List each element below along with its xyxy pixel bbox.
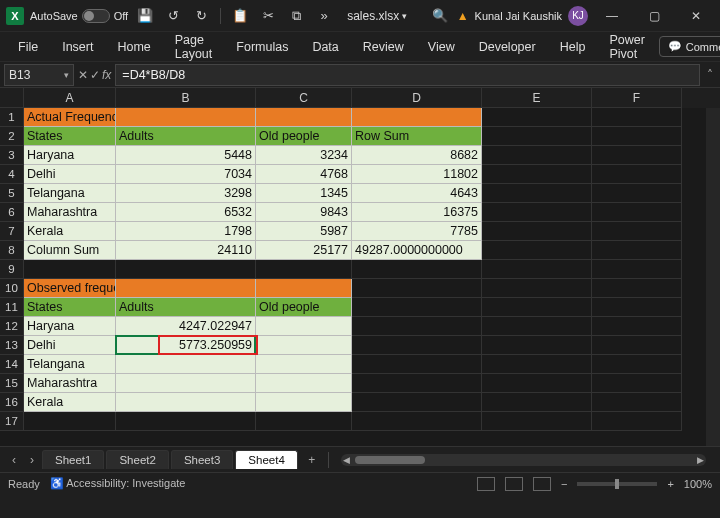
cell-F10[interactable] <box>592 279 682 298</box>
cell-F6[interactable] <box>592 203 682 222</box>
row-header-14[interactable]: 14 <box>0 355 24 374</box>
undo-icon[interactable]: ↺ <box>162 5 184 27</box>
cell-D14[interactable] <box>352 355 482 374</box>
cell-F7[interactable] <box>592 222 682 241</box>
cell-D10[interactable] <box>352 279 482 298</box>
cell-C12[interactable] <box>256 317 352 336</box>
sheet-nav-next[interactable]: › <box>24 453 40 467</box>
maximize-button[interactable]: ▢ <box>636 2 672 30</box>
cell-E13[interactable] <box>482 336 592 355</box>
cell-D2[interactable]: Row Sum <box>352 127 482 146</box>
add-sheet-button[interactable]: + <box>300 453 324 467</box>
col-header-D[interactable]: D <box>352 88 482 108</box>
cell-C7[interactable]: 5987 <box>256 222 352 241</box>
row-header-11[interactable]: 11 <box>0 298 24 317</box>
row-header-7[interactable]: 7 <box>0 222 24 241</box>
tab-formulas[interactable]: Formulas <box>226 36 298 58</box>
cell-A12[interactable]: Haryana <box>24 317 116 336</box>
col-header-C[interactable]: C <box>256 88 352 108</box>
cell-C10[interactable] <box>256 279 352 298</box>
cell-A9[interactable] <box>24 260 116 279</box>
page-layout-view-icon[interactable] <box>505 477 523 491</box>
col-header-B[interactable]: B <box>116 88 256 108</box>
toggle-icon[interactable] <box>82 9 110 23</box>
cell-C14[interactable] <box>256 355 352 374</box>
cell-D9[interactable] <box>352 260 482 279</box>
cell-B8[interactable]: 24110 <box>116 241 256 260</box>
tab-review[interactable]: Review <box>353 36 414 58</box>
cell-D8[interactable]: 49287.0000000000 <box>352 241 482 260</box>
cell-D6[interactable]: 16375 <box>352 203 482 222</box>
cell-F14[interactable] <box>592 355 682 374</box>
cell-C13[interactable] <box>256 336 352 355</box>
cell-E8[interactable] <box>482 241 592 260</box>
cell-A11[interactable]: States <box>24 298 116 317</box>
cell-D5[interactable]: 4643 <box>352 184 482 203</box>
worksheet-grid[interactable]: A B C D E F 1234567891011121314151617 Ac… <box>0 88 720 446</box>
row-header-13[interactable]: 13 <box>0 336 24 355</box>
cell-B6[interactable]: 6532 <box>116 203 256 222</box>
more-icon[interactable]: » <box>313 5 335 27</box>
cell-B2[interactable]: Adults <box>116 127 256 146</box>
cell-E6[interactable] <box>482 203 592 222</box>
sheet-tab-1[interactable]: Sheet1 <box>42 450 104 469</box>
document-title[interactable]: sales.xlsx ▾ <box>347 9 407 23</box>
cell-B11[interactable]: Adults <box>116 298 256 317</box>
sheet-nav-prev[interactable]: ‹ <box>6 453 22 467</box>
cell-E12[interactable] <box>482 317 592 336</box>
scroll-right-icon[interactable]: ▶ <box>694 455 706 465</box>
cell-C2[interactable]: Old people <box>256 127 352 146</box>
cell-B15[interactable] <box>116 374 256 393</box>
cell-C3[interactable]: 3234 <box>256 146 352 165</box>
col-header-F[interactable]: F <box>592 88 682 108</box>
cell-C5[interactable]: 1345 <box>256 184 352 203</box>
tab-page-layout[interactable]: Page Layout <box>165 29 223 65</box>
save-icon[interactable]: 💾 <box>134 5 156 27</box>
chevron-down-icon[interactable]: ▾ <box>64 70 69 80</box>
cell-A15[interactable]: Maharashtra <box>24 374 116 393</box>
cell-A2[interactable]: States <box>24 127 116 146</box>
cell-A8[interactable]: Column Sum <box>24 241 116 260</box>
cell-E16[interactable] <box>482 393 592 412</box>
cell-C6[interactable]: 9843 <box>256 203 352 222</box>
cell-E7[interactable] <box>482 222 592 241</box>
sheet-tab-2[interactable]: Sheet2 <box>106 450 168 469</box>
row-header-5[interactable]: 5 <box>0 184 24 203</box>
tab-home[interactable]: Home <box>107 36 160 58</box>
search-icon[interactable]: 🔍 <box>429 5 451 27</box>
accept-formula-icon[interactable]: ✓ <box>90 68 100 82</box>
row-header-15[interactable]: 15 <box>0 374 24 393</box>
cell-C15[interactable] <box>256 374 352 393</box>
row-header-17[interactable]: 17 <box>0 412 24 431</box>
row-header-1[interactable]: 1 <box>0 108 24 127</box>
cell-A6[interactable]: Maharashtra <box>24 203 116 222</box>
cell-A4[interactable]: Delhi <box>24 165 116 184</box>
cell-A1[interactable]: Actual Frequencies of liking Ice cream <box>24 108 116 127</box>
zoom-slider[interactable] <box>577 482 657 486</box>
cell-C9[interactable] <box>256 260 352 279</box>
cell-B14[interactable] <box>116 355 256 374</box>
normal-view-icon[interactable] <box>477 477 495 491</box>
cell-B9[interactable] <box>116 260 256 279</box>
zoom-out-button[interactable]: − <box>561 478 567 490</box>
cell-E17[interactable] <box>482 412 592 431</box>
row-header-12[interactable]: 12 <box>0 317 24 336</box>
cell-D4[interactable]: 11802 <box>352 165 482 184</box>
cell-D3[interactable]: 8682 <box>352 146 482 165</box>
cancel-formula-icon[interactable]: ✕ <box>78 68 88 82</box>
fx-icon[interactable]: fx <box>102 68 111 82</box>
cell-B16[interactable] <box>116 393 256 412</box>
name-box[interactable]: B13 ▾ <box>4 64 74 86</box>
cell-F15[interactable] <box>592 374 682 393</box>
row-header-4[interactable]: 4 <box>0 165 24 184</box>
cell-A10[interactable]: Observed frequencies of liking Ice cream <box>24 279 116 298</box>
cell-A13[interactable]: Delhi <box>24 336 116 355</box>
cell-D15[interactable] <box>352 374 482 393</box>
sheet-tab-4[interactable]: Sheet4 <box>235 450 297 469</box>
cell-F1[interactable] <box>592 108 682 127</box>
autosave-toggle[interactable]: AutoSave Off <box>30 9 128 23</box>
cell-C1[interactable] <box>256 108 352 127</box>
cell-D11[interactable] <box>352 298 482 317</box>
cell-B10[interactable] <box>116 279 256 298</box>
cell-D1[interactable] <box>352 108 482 127</box>
